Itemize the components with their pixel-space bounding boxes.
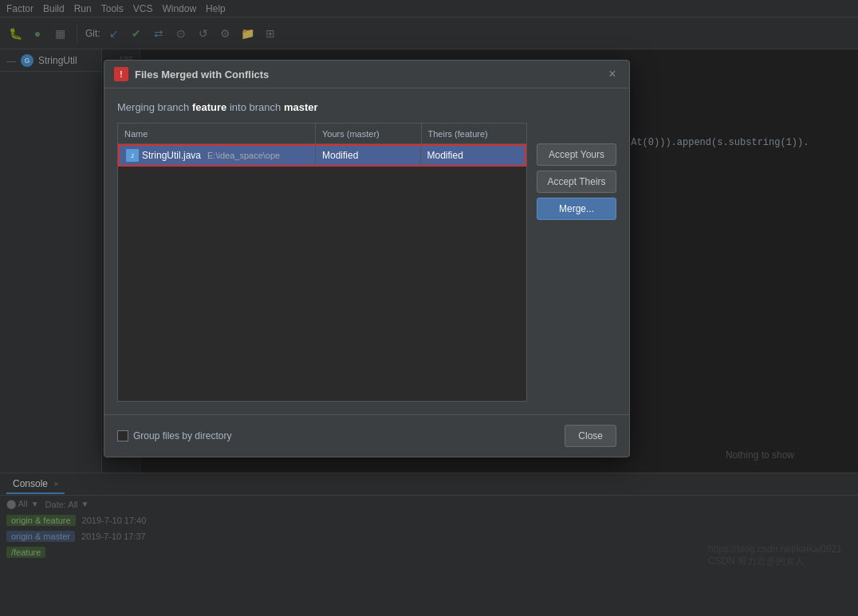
merge-desc-mid: into branch [230,101,284,113]
merge-desc-prefix: Merging branch [117,101,192,113]
file-table-container: Name Yours (master) Theirs (feature) J [117,123,616,402]
merge-description: Merging branch feature into branch maste… [117,101,616,113]
modal-overlay: ! Files Merged with Conflicts × Merging … [0,0,858,616]
modal-warning-icon: ! [114,67,128,81]
merge-conflicts-dialog: ! Files Merged with Conflicts × Merging … [104,60,630,457]
modal-title: Files Merged with Conflicts [135,69,605,80]
java-file-icon: J [126,149,139,162]
file-row-name-cell: J StringUtil.java E:\idea_space\ope [120,146,316,165]
col-yours-header: Yours (master) [316,124,422,143]
modal-footer: Group files by directory Close [104,414,629,457]
file-table-header: Name Yours (master) Theirs (feature) [118,124,526,144]
file-row-stringutil[interactable]: J StringUtil.java E:\idea_space\ope Modi… [118,144,526,167]
group-files-checkbox[interactable] [117,430,128,441]
accept-theirs-button[interactable]: Accept Theirs [537,171,616,193]
group-files-label: Group files by directory [133,430,231,441]
col-theirs-header: Theirs (feature) [422,124,527,143]
branch-to-label: master [284,101,318,113]
group-files-checkbox-area: Group files by directory [117,430,558,441]
file-name: StringUtil.java [142,150,201,161]
col-name-header: Name [118,124,316,143]
file-path: E:\idea_space\ope [207,151,280,160]
file-theirs-status: Modified [421,147,525,164]
branch-from-label: feature [192,101,226,113]
file-yours-status: Modified [316,147,421,164]
action-buttons: Accept Yours Accept Theirs Merge... [537,123,616,402]
svg-text:J: J [131,153,134,159]
file-table: Name Yours (master) Theirs (feature) J [117,123,527,402]
close-button[interactable]: Close [565,425,616,447]
merge-button[interactable]: Merge... [537,198,616,220]
accept-yours-button[interactable]: Accept Yours [537,143,616,166]
modal-body: Merging branch feature into branch maste… [104,88,629,414]
modal-close-button[interactable]: × [605,67,620,81]
modal-title-bar: ! Files Merged with Conflicts × [104,61,629,88]
